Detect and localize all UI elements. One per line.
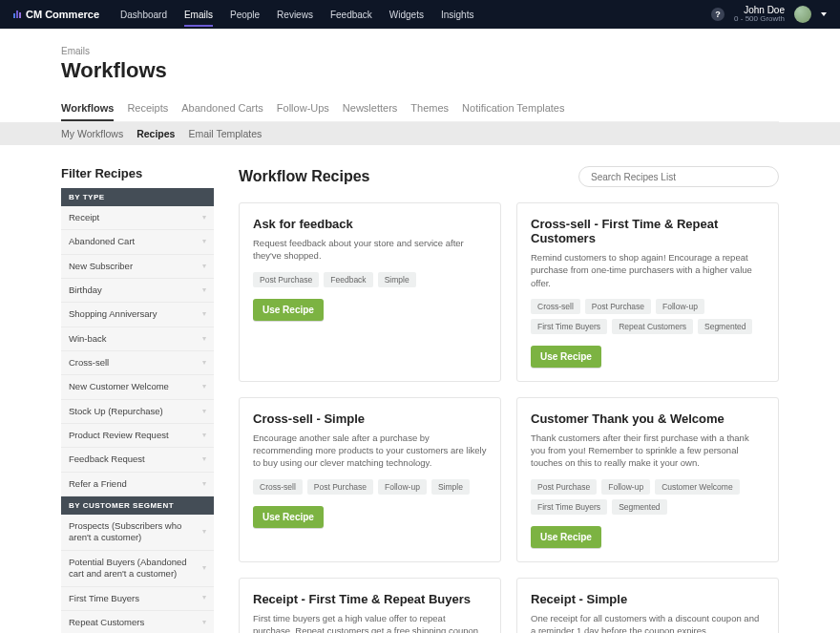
filter-item[interactable]: Cross-sell▾ bbox=[61, 351, 214, 375]
filter-item[interactable]: First Time Buyers▾ bbox=[61, 587, 214, 611]
recipe-tags: Cross-sellPost PurchaseFollow-upSimple bbox=[253, 479, 487, 495]
filter-item[interactable]: Receipt▾ bbox=[61, 206, 214, 230]
funnel-icon: ▾ bbox=[202, 237, 206, 246]
tab-newsletters[interactable]: Newsletters bbox=[343, 96, 397, 121]
tab-workflows[interactable]: Workflows bbox=[61, 96, 114, 121]
recipe-title: Receipt - Simple bbox=[531, 592, 765, 606]
subtab-email-templates[interactable]: Email Templates bbox=[188, 128, 262, 139]
recipe-card: Ask for feedbackRequest feedback about y… bbox=[239, 202, 501, 382]
tab-notification-templates[interactable]: Notification Templates bbox=[462, 96, 564, 121]
tag[interactable]: Follow-up bbox=[601, 479, 650, 495]
filter-item[interactable]: Birthday▾ bbox=[61, 279, 214, 303]
filter-item[interactable]: Repeat Customers▾ bbox=[61, 611, 214, 633]
recipe-desc: Remind customers to shop again! Encourag… bbox=[531, 251, 765, 289]
tag[interactable]: Cross-sell bbox=[531, 299, 580, 314]
user-block[interactable]: John Doe 0 - 500 Growth bbox=[734, 5, 785, 24]
funnel-icon: ▾ bbox=[202, 593, 206, 602]
filter-item[interactable]: Shopping Anniversary▾ bbox=[61, 303, 214, 327]
tab-themes[interactable]: Themes bbox=[410, 96, 449, 121]
tag[interactable]: Post Purchase bbox=[585, 299, 651, 314]
filter-item[interactable]: Prospects (Subscribers who aren't a cust… bbox=[61, 515, 214, 551]
recipe-card: Cross-sell - First Time & Repeat Custome… bbox=[516, 202, 779, 382]
filter-item[interactable]: Feedback Request▾ bbox=[61, 448, 214, 472]
brand-logo[interactable]: CM Commerce bbox=[13, 9, 99, 20]
tag[interactable]: Simple bbox=[431, 479, 470, 495]
filter-label: Birthday bbox=[69, 285, 102, 296]
primary-tabs: WorkflowsReceiptsAbandoned CartsFollow-U… bbox=[61, 96, 779, 122]
avatar[interactable] bbox=[794, 6, 811, 23]
recipe-card: Receipt - SimpleOne receipt for all cust… bbox=[516, 578, 779, 633]
recipe-desc: Thank customers after their first purcha… bbox=[531, 432, 765, 470]
help-icon[interactable]: ? bbox=[711, 8, 724, 21]
filter-label: Win-back bbox=[69, 333, 107, 345]
filter-item[interactable]: Win-back▾ bbox=[61, 327, 214, 351]
tag[interactable]: Customer Welcome bbox=[655, 479, 739, 495]
tag[interactable]: Repeat Customers bbox=[612, 319, 693, 334]
user-plan: 0 - 500 Growth bbox=[734, 15, 785, 24]
funnel-icon: ▾ bbox=[202, 358, 206, 368]
subtab-my-workflows[interactable]: My Workflows bbox=[61, 128, 123, 139]
tag[interactable]: Post Purchase bbox=[253, 272, 319, 287]
nav-feedback[interactable]: Feedback bbox=[330, 2, 372, 28]
filter-label: Repeat Customers bbox=[69, 617, 144, 628]
top-nav: DashboardEmailsPeopleReviewsFeedbackWidg… bbox=[120, 2, 711, 28]
filter-item[interactable]: Product Review Request▾ bbox=[61, 424, 214, 448]
tag[interactable]: Post Purchase bbox=[531, 479, 597, 495]
tag[interactable]: Follow-up bbox=[378, 479, 427, 495]
search-input[interactable] bbox=[578, 166, 779, 187]
main-heading: Workflow Recipes bbox=[239, 168, 370, 185]
nav-reviews[interactable]: Reviews bbox=[277, 2, 313, 28]
filter-item[interactable]: Stock Up (Repurchase)▾ bbox=[61, 400, 214, 424]
funnel-icon: ▾ bbox=[202, 454, 206, 464]
funnel-icon: ▾ bbox=[202, 527, 206, 537]
tag[interactable]: Follow-up bbox=[656, 299, 704, 314]
funnel-icon: ▾ bbox=[202, 618, 206, 627]
filter-header: BY CUSTOMER SEGMENT bbox=[61, 496, 214, 515]
nav-people[interactable]: People bbox=[230, 2, 260, 28]
funnel-icon: ▾ bbox=[202, 479, 206, 489]
nav-dashboard[interactable]: Dashboard bbox=[120, 2, 167, 28]
tag[interactable]: First Time Buyers bbox=[531, 319, 607, 334]
filter-item[interactable]: Refer a Friend▾ bbox=[61, 473, 214, 496]
filter-item[interactable]: Abandoned Cart▾ bbox=[61, 230, 214, 254]
funnel-icon: ▾ bbox=[202, 407, 206, 416]
recipe-title: Ask for feedback bbox=[253, 217, 487, 231]
tag[interactable]: Feedback bbox=[324, 272, 372, 287]
use-recipe-button[interactable]: Use Recipe bbox=[531, 346, 601, 368]
tab-follow-ups[interactable]: Follow-Ups bbox=[277, 96, 329, 121]
tag[interactable]: Segmented bbox=[612, 499, 666, 515]
tag[interactable]: Cross-sell bbox=[253, 479, 303, 495]
tag[interactable]: Simple bbox=[378, 272, 416, 287]
filter-label: Feedback Request bbox=[69, 454, 145, 465]
tag[interactable]: Post Purchase bbox=[307, 479, 373, 495]
filter-item[interactable]: New Subscriber▾ bbox=[61, 255, 214, 279]
use-recipe-button[interactable]: Use Recipe bbox=[531, 526, 601, 548]
filter-item[interactable]: New Customer Welcome▾ bbox=[61, 375, 214, 399]
logo-bars-icon bbox=[13, 11, 21, 18]
tag[interactable]: Segmented bbox=[698, 319, 752, 334]
tab-receipts[interactable]: Receipts bbox=[127, 96, 168, 121]
filter-item[interactable]: Potential Buyers (Abandoned cart and are… bbox=[61, 551, 214, 587]
filter-label: Prospects (Subscribers who aren't a cust… bbox=[69, 520, 202, 544]
nav-widgets[interactable]: Widgets bbox=[389, 2, 424, 28]
use-recipe-button[interactable]: Use Recipe bbox=[253, 299, 324, 321]
subtab-recipes[interactable]: Recipes bbox=[136, 128, 175, 139]
nav-emails[interactable]: Emails bbox=[184, 2, 213, 28]
breadcrumb: Emails bbox=[61, 46, 779, 56]
filter-label: Stock Up (Repurchase) bbox=[69, 406, 163, 417]
recipe-desc: First time buyers get a high value offer… bbox=[253, 612, 487, 633]
recipe-card: Customer Thank you & WelcomeThank custom… bbox=[516, 397, 779, 562]
filter-sidebar: Filter Recipes BY TYPEReceipt▾Abandoned … bbox=[61, 166, 214, 633]
chevron-down-icon[interactable] bbox=[821, 12, 827, 16]
funnel-icon: ▾ bbox=[202, 262, 206, 271]
nav-insights[interactable]: Insights bbox=[441, 2, 473, 28]
funnel-icon: ▾ bbox=[202, 563, 206, 573]
funnel-icon: ▾ bbox=[202, 309, 206, 319]
recipe-tags: Post PurchaseFollow-upCustomer WelcomeFi… bbox=[531, 479, 765, 515]
funnel-icon: ▾ bbox=[202, 285, 206, 295]
recipe-title: Cross-sell - Simple bbox=[253, 411, 487, 426]
funnel-icon: ▾ bbox=[202, 334, 206, 344]
tab-abandoned-carts[interactable]: Abandoned Carts bbox=[181, 96, 263, 121]
use-recipe-button[interactable]: Use Recipe bbox=[253, 506, 324, 528]
tag[interactable]: First Time Buyers bbox=[531, 499, 607, 515]
